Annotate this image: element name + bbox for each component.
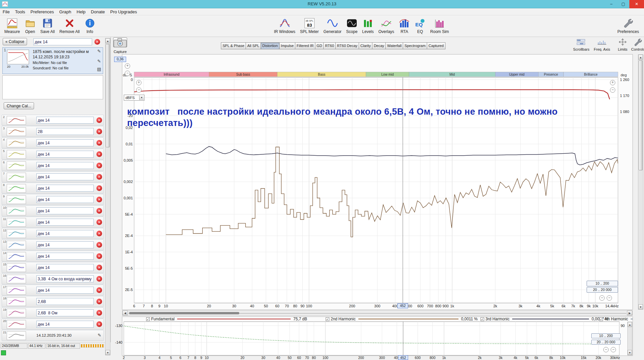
toolbar-button-generator[interactable]: Generator	[321, 17, 343, 35]
measurement-name-input[interactable]	[33, 38, 92, 45]
measurement-name-input[interactable]	[36, 173, 94, 180]
legend-checkbox[interactable]: ✓	[599, 317, 603, 321]
menu-graph[interactable]: Graph	[56, 8, 74, 15]
notes-edit-icon[interactable]: ✎	[96, 333, 102, 338]
collapse-button[interactable]: « Collapse	[3, 38, 27, 45]
menu-tools[interactable]: Tools	[12, 8, 28, 15]
delete-measurement-button[interactable]: ✕	[96, 299, 102, 304]
graph-button-freq-axis[interactable]: Freq. Axis	[592, 38, 612, 51]
measurement-item-11[interactable]: 11✕	[2, 217, 104, 228]
camera-icon[interactable]	[113, 37, 127, 47]
notes-edit-icon[interactable]: ✎	[96, 49, 102, 54]
tab-rt60-decay[interactable]: RT60 Decay	[336, 42, 359, 49]
freq-range-button-10-200[interactable]: 10 .. 200	[587, 281, 618, 286]
zoom-out-button[interactable]: −	[599, 295, 605, 301]
scroll-left-icon[interactable]: ◀	[122, 311, 128, 315]
delete-measurement-button[interactable]: ✕	[96, 253, 102, 259]
zoom-out-button[interactable]: −	[610, 87, 615, 93]
delete-measurement-button[interactable]: ✕	[96, 310, 102, 316]
scroll-up-icon[interactable]: ▲	[628, 322, 632, 327]
tab-filtered-ir[interactable]: Filtered IR	[295, 42, 315, 49]
measurement-item-21[interactable]: 21 14.12.2025 20:41:30 ✎	[2, 330, 104, 341]
measurement-name-input[interactable]	[36, 253, 94, 260]
measurement-name-input[interactable]	[36, 230, 94, 237]
tab-captured[interactable]: Captured	[427, 42, 445, 49]
scrollbar-thumb[interactable]	[106, 44, 110, 147]
tab-distortion[interactable]: Distortion	[261, 42, 279, 49]
menu-pro-upgrades[interactable]: Pro Upgrades	[107, 8, 139, 15]
notes-area[interactable]	[2, 75, 103, 99]
measurement-name-input[interactable]	[36, 287, 94, 294]
measurement-item-14[interactable]: 14✕	[2, 251, 104, 262]
delete-measurement-button[interactable]: ✕	[96, 174, 102, 180]
toolbar-button-save-all[interactable]: Save All	[38, 17, 57, 35]
delete-measurement-button[interactable]: ✕	[96, 117, 102, 123]
measurement-item-1[interactable]: 1 20 20.0k 1875 комп. после настройки м …	[2, 47, 103, 74]
delete-measurement-button[interactable]: ✕	[96, 265, 102, 270]
measurement-name-input[interactable]	[36, 139, 94, 146]
measurement-name-input[interactable]	[36, 128, 94, 135]
tab-spl-phase[interactable]: SPL & Phase	[221, 42, 246, 49]
zoom-out-button[interactable]: −	[125, 71, 130, 76]
measurement-item-16[interactable]: 16✕	[2, 273, 104, 284]
toolbar-button-preferences[interactable]: Preferences	[615, 17, 641, 35]
freq-range-button-10-200[interactable]: 10 .. 200	[591, 333, 621, 338]
toolbar-button-scope[interactable]: Scope	[344, 17, 359, 35]
zoom-out-button[interactable]: −	[603, 347, 609, 352]
tab-impulse[interactable]: Impulse	[280, 42, 296, 49]
toolbar-button-open[interactable]: Open	[23, 17, 38, 35]
delete-measurement-button[interactable]: ✕	[94, 39, 100, 45]
measurement-name-input[interactable]	[36, 309, 94, 316]
delete-measurement-button[interactable]: ✕	[96, 185, 102, 191]
freq-range-button-20-20000[interactable]: 20 .. 20 000	[587, 287, 618, 293]
freq-range-button-20-20000[interactable]: 20 .. 20 000	[591, 340, 621, 345]
legend-checkbox[interactable]: ✓	[146, 317, 150, 321]
legend-checkbox[interactable]: ✓	[326, 317, 329, 321]
toolbar-button-levels[interactable]: Levels	[360, 17, 376, 35]
measurement-item-20[interactable]: 20✕	[2, 319, 104, 330]
legend-checkbox[interactable]: ✓	[480, 317, 484, 321]
measurement-item-13[interactable]: 13✕	[2, 239, 104, 250]
toolbar-button-spl-meter[interactable]: dB SPL83SPL Meter	[298, 17, 321, 35]
toolbar-button-info[interactable]: Info	[82, 17, 97, 35]
zoom-out-button[interactable]: −	[136, 87, 141, 93]
measurement-item-18[interactable]: 18✕	[2, 296, 104, 307]
graph-h-scrollbar[interactable]: ◀ ▶	[122, 310, 633, 316]
toolbar-button-eq[interactable]: EQEQ	[412, 17, 427, 35]
scroll-up-icon[interactable]: ▲	[638, 55, 643, 60]
measurement-name-input[interactable]	[36, 117, 94, 124]
measurement-item-4[interactable]: 4✕	[2, 137, 104, 148]
delete-measurement-button[interactable]: ✕	[96, 242, 102, 248]
tab-clarity[interactable]: Clarity	[359, 42, 372, 49]
info-sheet-icon[interactable]: ▤	[96, 67, 102, 72]
toolbar-button-rta[interactable]: RTA	[397, 17, 412, 35]
measurement-item-8[interactable]: 8✕	[2, 183, 104, 194]
tab-all-spl[interactable]: All SPL	[246, 42, 261, 49]
scrollbar-thumb[interactable]	[639, 60, 643, 170]
measurement-item-5[interactable]: 5✕	[2, 149, 104, 160]
measurement-item-17[interactable]: 17✕	[2, 285, 104, 296]
toolbar-button-remove-all[interactable]: Remove All	[57, 17, 82, 35]
change-cal-button[interactable]: Change Cal...	[4, 102, 34, 109]
measurement-item-9[interactable]: 9✕	[2, 194, 104, 205]
measurement-name-input[interactable]	[36, 298, 94, 305]
chevron-down-icon[interactable]: ▼	[139, 95, 144, 100]
scroll-right-icon[interactable]: ▶	[627, 311, 632, 315]
measurement-name-input[interactable]	[36, 264, 94, 271]
scroll-down-icon[interactable]: ▼	[105, 350, 110, 355]
measurement-name-input[interactable]	[36, 196, 94, 203]
zoom-in-button[interactable]: +	[610, 80, 615, 85]
zoom-in-button[interactable]: +	[136, 80, 141, 85]
close-button[interactable]: ✕	[629, 0, 644, 8]
delete-measurement-button[interactable]: ✕	[96, 208, 102, 214]
toolbar-button-ir-windows[interactable]: IR Windows	[272, 17, 297, 35]
delete-measurement-button[interactable]: ✕	[96, 129, 102, 134]
scroll-up-icon[interactable]: ▲	[105, 38, 110, 43]
delete-measurement-button[interactable]: ✕	[96, 276, 102, 282]
menu-donate[interactable]: Donate	[88, 8, 107, 15]
measurement-name-input[interactable]	[36, 162, 94, 169]
tab-rt60[interactable]: RT60	[324, 42, 336, 49]
delete-measurement-button[interactable]: ✕	[96, 321, 102, 327]
measurement-item-2[interactable]: 2✕	[2, 115, 104, 126]
scroll-down-icon[interactable]: ▼	[628, 350, 632, 355]
